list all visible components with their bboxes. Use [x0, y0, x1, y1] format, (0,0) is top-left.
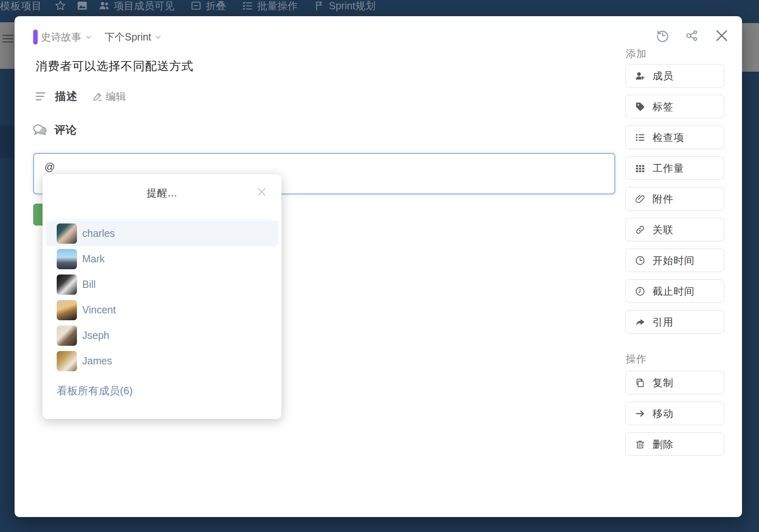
add-member-button[interactable]: 成员: [625, 64, 724, 87]
member-name: Bill: [82, 279, 96, 290]
avatar: [57, 300, 77, 320]
add-workload-button[interactable]: 工作量: [625, 156, 724, 180]
edit-description-button[interactable]: 编辑: [92, 90, 126, 103]
history-icon[interactable]: [655, 28, 670, 43]
member-visibility-button[interactable]: 项目成员可见: [98, 0, 175, 13]
link-icon: [635, 224, 646, 235]
button-label: 成员: [652, 69, 674, 83]
member-row-charles[interactable]: charles: [46, 221, 278, 246]
add-tag-button[interactable]: 标签: [625, 95, 724, 118]
screen: 模板项目 项目成员可见 折叠 批量操作: [0, 0, 759, 532]
button-label: 删除: [652, 438, 674, 451]
mention-popup: 提醒... charles Mark Bill: [43, 174, 281, 419]
button-label: 工作量: [652, 162, 684, 175]
button-label: 关联: [652, 223, 674, 236]
paperclip-icon: [635, 194, 646, 204]
move-card-button[interactable]: 移动: [625, 402, 724, 425]
avatar: [57, 249, 77, 269]
member-visibility-label: 项目成员可见: [114, 0, 175, 13]
button-label: 截止时间: [652, 285, 695, 298]
add-start-time-button[interactable]: 开始时间: [625, 249, 724, 272]
batch-actions-label: 批量操作: [257, 0, 298, 13]
clock-due-icon: [635, 286, 646, 297]
member-row-bill[interactable]: Bill: [43, 272, 281, 297]
close-icon[interactable]: [256, 186, 267, 198]
add-due-time-button[interactable]: 截止时间: [625, 279, 724, 303]
sprint-planning-button[interactable]: Sprint规划: [313, 0, 375, 13]
quote-arrow-icon: [635, 317, 646, 328]
member-name: Jseph: [82, 330, 109, 341]
delete-card-button[interactable]: 删除: [625, 432, 724, 456]
member-name: Mark: [82, 253, 105, 265]
member-row-james[interactable]: James: [43, 348, 281, 374]
description-lines-icon: [33, 89, 49, 103]
add-section-label: 添加: [626, 47, 647, 60]
member-row-mark[interactable]: Mark: [43, 246, 281, 272]
background-toolbar: 模板项目 项目成员可见 折叠 批量操作: [0, 0, 375, 15]
member-name: James: [82, 355, 112, 367]
dimmed-board-column: [0, 126, 15, 158]
batch-actions-icon: [241, 0, 254, 12]
avatar: [57, 275, 77, 295]
button-label: 引用: [652, 315, 674, 329]
grid-icon: [635, 163, 646, 174]
action-buttons-group: 复制 移动 删除: [625, 371, 724, 456]
avatar: [57, 223, 77, 244]
button-label: 标签: [652, 100, 674, 113]
epic-color-bar: [33, 30, 38, 45]
epic-type-selector[interactable]: 史诗故事: [41, 30, 93, 44]
add-attachment-button[interactable]: 附件: [625, 187, 724, 211]
avatar: [57, 326, 77, 346]
chevron-down-icon: [154, 33, 162, 41]
clock-start-icon: [635, 255, 646, 266]
close-icon[interactable]: [714, 28, 730, 44]
copy-card-button[interactable]: 复制: [625, 371, 724, 394]
project-title[interactable]: 模板项目: [0, 0, 42, 13]
quote-card-button[interactable]: 引用: [625, 310, 724, 334]
add-checklist-button[interactable]: 检查项: [625, 126, 724, 149]
sprint-selector[interactable]: 下个Sprint: [104, 30, 162, 44]
collapse-icon: [190, 0, 202, 12]
batch-actions-button[interactable]: 批量操作: [241, 0, 298, 13]
button-label: 开始时间: [652, 254, 695, 267]
all-board-members-link[interactable]: 看板所有成员(6): [57, 384, 133, 398]
button-label: 移动: [652, 407, 674, 420]
copy-icon: [635, 377, 646, 388]
tag-icon: [635, 101, 646, 112]
share-icon[interactable]: [684, 28, 699, 43]
move-arrow-icon: [635, 408, 646, 419]
sprint-selector-label: 下个Sprint: [104, 30, 151, 44]
epic-type-label: 史诗故事: [41, 30, 81, 44]
add-link-button[interactable]: 关联: [625, 218, 724, 241]
mention-popup-title: 提醒...: [43, 186, 281, 200]
card-detail-modal: 史诗故事 下个Sprint 消费者可以选择不同配送方式: [15, 16, 742, 517]
divider: [52, 219, 272, 220]
sprint-planning-label: Sprint规划: [329, 0, 375, 13]
checklist-icon: [635, 132, 646, 143]
chevron-down-icon: [85, 33, 93, 41]
add-buttons-group: 成员 标签 检查项 工作量: [625, 64, 724, 334]
description-heading: 描述: [55, 89, 78, 104]
button-label: 检查项: [652, 131, 684, 144]
button-label: 附件: [652, 192, 674, 206]
member-row-jseph[interactable]: Jseph: [43, 323, 281, 348]
image-icon[interactable]: [76, 0, 88, 12]
pencil-icon: [92, 91, 103, 102]
collapse-button[interactable]: 折叠: [190, 0, 226, 13]
member-name: charles: [82, 228, 115, 239]
card-title: 消费者可以选择不同配送方式: [36, 58, 194, 74]
dimmed-page-header-right: [742, 23, 759, 72]
avatar: [57, 351, 77, 371]
dimmed-page-header-left: [0, 22, 15, 69]
edit-label: 编辑: [106, 90, 126, 103]
sprint-flag-icon: [313, 0, 325, 12]
comments-heading: 评论: [54, 123, 77, 137]
member-row-vincent[interactable]: Vincent: [43, 297, 281, 323]
star-icon[interactable]: [54, 0, 66, 12]
button-label: 复制: [652, 376, 674, 389]
member-list: charles Mark Bill Vincent Jseph: [43, 221, 281, 374]
collapse-label: 折叠: [206, 0, 226, 13]
members-icon: [98, 0, 110, 12]
comment-bubbles-icon: [32, 123, 48, 137]
menu-icon[interactable]: [2, 35, 13, 45]
